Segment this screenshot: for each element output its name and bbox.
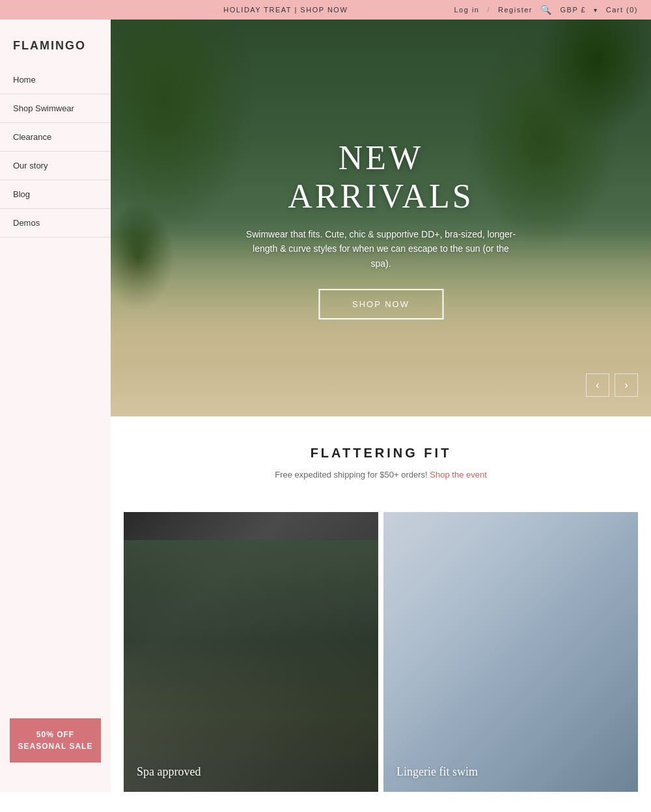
sidebar-item-demos[interactable]: Demos [0,209,111,237]
sidebar-item-clearance[interactable]: Clearance [0,123,111,152]
product-card-spa[interactable]: Spa approved [124,512,378,792]
flattering-fit-subtitle: Free expedited shipping for $50+ orders!… [124,470,638,480]
header-right-links: Log in / Register 🔍 GBP £ ▾ Cart (0) [454,5,638,15]
register-link[interactable]: Register [498,6,533,14]
hero-text-block: NEW ARRIVALS Swimwear that fits. Cute, c… [246,139,516,319]
hero-title: NEW ARRIVALS [246,139,516,215]
search-icon[interactable]: 🔍 [540,5,553,15]
hero-subtitle: Swimwear that fits. Cute, chic & support… [246,227,516,271]
sidebar-item-swimwear[interactable]: Shop Swimwear [0,94,111,123]
page-wrapper: FLAMINGO Home Shop Swimwear Clearance Ou… [0,20,651,792]
separator: / [487,6,490,14]
sidebar-link-demos[interactable]: Demos [0,209,111,237]
sidebar-link-blog[interactable]: Blog [0,180,111,208]
cart-link[interactable]: Cart (0) [606,6,638,14]
hero-section: NEW ARRIVALS Swimwear that fits. Cute, c… [111,20,651,416]
product-card-spa-label: Spa approved [137,765,201,779]
seasonal-sale-button[interactable]: 50% OFF SEASONAL SALE [10,718,101,763]
announcement-bar: HOLIDAY TREAT | SHOP NOW Log in / Regist… [0,0,651,20]
sidebar-item-our-story[interactable]: Our story [0,152,111,180]
sidebar: FLAMINGO Home Shop Swimwear Clearance Ou… [0,20,111,792]
sidebar-logo[interactable]: FLAMINGO [0,33,111,66]
sidebar-item-home[interactable]: Home [0,66,111,94]
sidebar-nav: Home Shop Swimwear Clearance Our story B… [0,66,111,702]
product-card-lingerie[interactable]: Lingerie fit swim [383,512,638,792]
login-link[interactable]: Log in [454,6,479,14]
product-card-lingerie-label: Lingerie fit swim [396,765,478,779]
flattering-fit-title: FLATTERING FIT [124,446,638,461]
hero-next-arrow[interactable]: › [615,373,638,397]
hero-prev-arrow[interactable]: ‹ [586,373,609,397]
shop-event-link[interactable]: Shop the event [430,470,486,480]
sidebar-link-clearance[interactable]: Clearance [0,123,111,151]
hero-carousel-nav: ‹ › [586,373,638,397]
flattering-fit-section: FLATTERING FIT Free expedited shipping f… [111,416,651,499]
sidebar-link-our-story[interactable]: Our story [0,152,111,180]
sidebar-item-blog[interactable]: Blog [0,180,111,209]
product-grid: Spa approved Lingerie fit swim [111,499,651,792]
currency-selector[interactable]: GBP £ [561,6,587,14]
hero-shop-button[interactable]: SHOP NOW [318,289,443,319]
currency-chevron-icon: ▾ [594,7,598,14]
sidebar-link-home[interactable]: Home [0,66,111,94]
announcement-text: HOLIDAY TREAT | SHOP NOW [117,6,454,14]
sidebar-link-swimwear[interactable]: Shop Swimwear [0,94,111,122]
main-content: NEW ARRIVALS Swimwear that fits. Cute, c… [111,20,651,792]
